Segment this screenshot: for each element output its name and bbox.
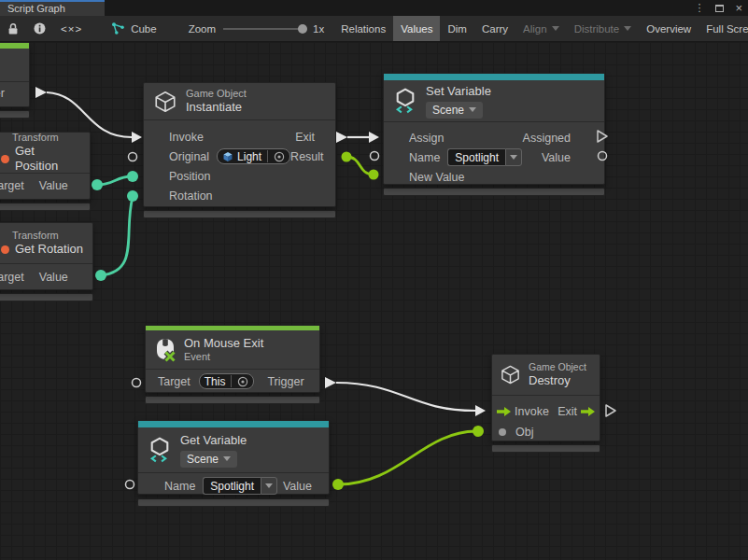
variable-scope-dropdown[interactable]: Scene [426,102,483,119]
zoom-slider-handle[interactable] [298,24,307,34]
node-on-mouse-exit[interactable]: On Mouse Exit Event Target This Trigger [145,325,320,393]
node-offscreen-event[interactable]: Trigger [0,42,30,107]
graph-icon [110,21,125,35]
overview-button[interactable]: Overview [639,16,699,41]
wire-trigger-to-invoke[interactable] [336,383,475,411]
node-instantiate[interactable]: Game Object Instantiate Invoke Exit Orig… [143,82,336,207]
node-header: Get Variable Scene [138,427,329,473]
zoom-label: Zoom [189,23,216,35]
target-object-field[interactable]: This [199,373,255,389]
info-button[interactable] [26,16,53,41]
zoom-slider[interactable] [223,28,305,30]
wire-event-to-instantiate[interactable] [47,92,132,137]
port-row: Target Value [0,264,92,289]
port-get-variable-name-in[interactable] [126,481,134,489]
port-get-variable-value-out[interactable] [332,479,344,490]
node-get-rotation[interactable]: Transform Get Rotation Target Value [0,222,93,290]
original-value: Light [237,150,261,163]
port-destroy-obj-in[interactable] [473,426,484,437]
node-footer [143,210,336,218]
port-set-variable-new-value-in[interactable] [369,170,379,180]
variable-name-dropdown[interactable]: Spotlight [203,477,277,495]
relations-button[interactable]: Relations [333,16,393,41]
port-mouse-exit-trigger-out[interactable] [325,377,336,388]
full-screen-button[interactable]: Full Screen [699,16,748,41]
node-get-variable[interactable]: Get Variable Scene Name Spotlight Value [137,420,330,495]
distribute-dropdown[interactable]: Distribute [567,16,640,41]
port-set-variable-name-in[interactable] [371,152,379,161]
exit-port-label: Exit [295,131,315,144]
field-divider [267,150,268,162]
node-footer [383,188,605,196]
port-instantiate-position-in[interactable] [127,171,138,182]
object-picker-icon[interactable] [237,376,248,387]
graph-toolbar: <×> Cube Zoom 1x Relations Values Dim Ca… [0,16,748,42]
node-get-position[interactable]: Transform Get Position Target Value [0,132,91,200]
flow-arrow-icon[interactable] [497,407,511,416]
node-footer [0,110,30,119]
graph-breadcrumb[interactable]: Cube [103,16,164,41]
value-port-label: Value [39,179,68,192]
node-header: Transform Get Position [0,133,90,174]
variable-color-bar [384,74,604,80]
dim-button[interactable]: Dim [440,16,473,41]
node-title: Get Variable [180,433,247,448]
node-footer [0,203,91,211]
variable-color-bar [138,421,329,427]
combo-caret-button[interactable] [505,148,522,166]
original-port-label: Original [169,150,209,163]
port-event-trigger-out[interactable] [35,87,47,98]
kebab-menu-icon[interactable]: ⋮ [694,0,704,16]
port-destroy-exit-out[interactable] [606,405,615,416]
port-instantiate-original-in[interactable] [129,153,137,161]
tab-script-graph[interactable]: Script Graph [0,0,105,16]
wire-arrowhead [475,405,486,416]
invoke-port-label: Invoke [515,405,549,418]
carry-button[interactable]: Carry [474,16,515,41]
obj-port-label: Obj [515,426,533,439]
close-icon[interactable]: × [735,1,742,15]
exit-port-label: Exit [557,405,577,418]
target-port-label: Target [0,271,24,284]
name-port-label: Name [164,480,195,493]
scope-value: Scene [432,104,464,117]
lock-button[interactable] [0,16,26,41]
port-mouse-exit-target-in[interactable] [133,379,141,387]
port-instantiate-rotation-in[interactable] [127,190,138,202]
trigger-port-label: Trigger [0,87,5,100]
flow-arrow-icon[interactable] [581,407,595,416]
object-picker-icon[interactable] [274,151,285,162]
values-button[interactable]: Values [393,16,440,41]
port-instantiate-result-out[interactable] [342,152,352,162]
port-instantiate-exit-out[interactable] [336,132,347,143]
original-object-field[interactable]: Light [217,148,290,164]
obj-port-icon[interactable] [499,428,506,436]
wire-rotation-value[interactable] [101,197,133,275]
combo-caret-button[interactable] [261,477,277,495]
port-row: Name Spotlight Value [138,475,329,497]
code-view-button[interactable]: <×> [53,16,90,41]
node-header [0,49,29,82]
script-graph-window: Script Graph ⋮ × <×> Cube Zoom [0,0,748,560]
mouse-exit-icon [155,338,176,362]
port-get-position-value-out[interactable] [92,179,103,190]
target-port-label: Target [0,179,24,192]
node-header: Set Variable Scene [384,80,604,122]
node-set-variable[interactable]: Set Variable Scene Assign Assigned Name [383,73,605,185]
wire-variable-to-obj[interactable] [338,431,477,484]
graph-canvas[interactable]: Trigger Transform Get Position Target Va… [0,42,748,560]
node-destroy[interactable]: Game Object Destroy Invoke Exit Obj [491,354,600,441]
port-get-rotation-value-out[interactable] [95,270,106,281]
assigned-port-label: Assigned [523,132,571,145]
value-port-label: Value [542,151,571,164]
align-dropdown[interactable]: Align [515,16,567,41]
node-footer [137,498,330,507]
graph-name: Cube [131,23,157,35]
port-row: Assign Assigned [384,128,604,147]
port-row: Name Spotlight Value [384,147,604,167]
node-footer [145,396,320,404]
maximize-icon[interactable] [715,5,724,12]
value-port-label: Value [39,271,68,284]
variable-scope-dropdown[interactable]: Scene [180,451,237,468]
variable-name-dropdown[interactable]: Spotlight [447,148,522,166]
